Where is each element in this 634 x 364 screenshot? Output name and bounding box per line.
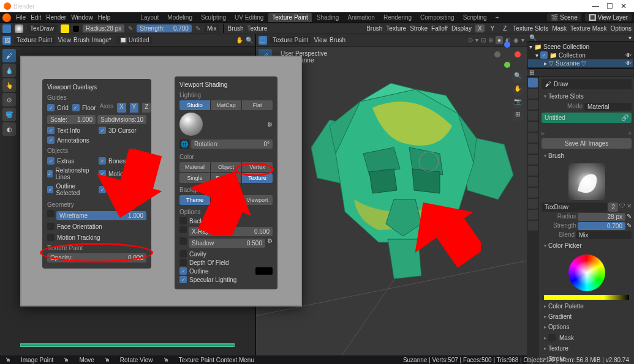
brush-tool-icon[interactable]	[2, 24, 11, 33]
unlink-icon[interactable]: ✕	[627, 202, 632, 212]
texture-panel[interactable]: Texture	[542, 343, 632, 354]
menu-stroke[interactable]: Stroke	[410, 25, 428, 32]
menu-help[interactable]: Help	[98, 14, 111, 21]
tab-compositing[interactable]: Compositing	[417, 13, 458, 22]
viewlayer-select[interactable]: 🔳View Layer	[585, 13, 632, 21]
overlays-toggle[interactable]: ⊙	[468, 37, 473, 43]
xray-toggle[interactable]: ⊡	[481, 37, 486, 43]
scale-field[interactable]: Scale:1.000	[47, 115, 96, 124]
strength-pressure-icon[interactable]: ✎	[195, 25, 200, 32]
minimize-button[interactable]: —	[592, 2, 599, 10]
shading-dropdown[interactable]: ▾	[521, 37, 524, 43]
mask-panel[interactable]: Mask	[542, 332, 632, 343]
menu-options[interactable]: Options	[611, 25, 632, 32]
radius-val[interactable]: 28 px	[578, 213, 625, 221]
brush-preview[interactable]	[568, 163, 605, 200]
image-slot[interactable]: 🔲 Untitled	[116, 36, 153, 44]
link-icon[interactable]: 🔗	[621, 114, 628, 121]
nav-pan-icon[interactable]: ✋	[512, 85, 523, 96]
nav-zoom-icon[interactable]: 🔍	[512, 72, 523, 83]
prop-tab-constraint[interactable]	[528, 188, 538, 198]
brush-panel[interactable]: Brush	[542, 150, 632, 161]
prop-tab-scene[interactable]	[528, 122, 538, 132]
axis-y[interactable]: Y	[130, 103, 139, 113]
maximize-button[interactable]: ☐	[606, 2, 613, 10]
prop-tab-viewlayer[interactable]	[528, 111, 538, 121]
tab-shading[interactable]: Shading	[313, 13, 343, 22]
cavity-check[interactable]: Cavity	[189, 251, 206, 258]
sym-x[interactable]: X	[475, 24, 485, 32]
prop-tab-particles[interactable]	[528, 166, 538, 176]
menu-image-l[interactable]: Image*	[92, 37, 111, 43]
prop-tab-texture[interactable]	[528, 221, 538, 231]
outline-check2[interactable]: Outline	[189, 268, 209, 275]
outliner[interactable]: ▾📁Scene Collection ▾✓📁Collection👁 ▸▽Suza…	[527, 42, 634, 69]
tool-fill-l[interactable]: 🪣	[2, 108, 16, 121]
outliner-search-icon[interactable]: 🔍	[529, 34, 537, 41]
outliner-suzanne[interactable]: Suzanne	[556, 60, 579, 67]
prop-tab-render[interactable]	[528, 89, 538, 98]
tab-uv[interactable]: UV Editing	[231, 13, 267, 22]
menu-texmask[interactable]: Texture Mask	[570, 25, 606, 32]
menu-texture[interactable]: Texture	[247, 25, 268, 32]
blend-val[interactable]: Mix	[576, 231, 632, 239]
prop-tab-physics[interactable]	[528, 177, 538, 187]
prop-tab-output[interactable]	[528, 100, 538, 110]
extras-check[interactable]: Extras	[57, 158, 74, 165]
blender-logo-icon[interactable]	[2, 13, 11, 22]
spec-check[interactable]: Specular Lighting	[189, 277, 236, 283]
matcap-ball[interactable]	[179, 113, 203, 136]
prop-tab-mesh[interactable]	[528, 199, 538, 209]
tool-clone-l[interactable]: ⊙	[2, 93, 16, 106]
tab-sculpting[interactable]: Sculpting	[197, 13, 230, 22]
tab-animation[interactable]: Animation	[344, 13, 378, 22]
strength-field[interactable]: Strength:0.700	[137, 24, 192, 32]
brush-thumb[interactable]	[15, 24, 23, 33]
add-slot-icon[interactable]: +	[628, 130, 632, 136]
color-wheel[interactable]	[568, 254, 605, 291]
menu-edit[interactable]: Edit	[31, 14, 41, 21]
color-primary[interactable]	[61, 24, 69, 33]
brush-users[interactable]: 2	[608, 202, 618, 212]
tab-rendering[interactable]: Rendering	[380, 13, 415, 22]
menu-brush2[interactable]: Brush	[366, 25, 382, 32]
rel-check[interactable]: Relationship Lines	[55, 167, 95, 180]
sym-z[interactable]: Z	[500, 24, 509, 32]
menu-brush[interactable]: Brush	[227, 25, 243, 32]
lighting-studio[interactable]: Studio	[179, 100, 211, 110]
menu-brush-r[interactable]: Brush	[330, 37, 345, 43]
color-picker-panel[interactable]: Color Picker	[542, 240, 632, 251]
tab-add[interactable]: +	[492, 13, 503, 22]
nav-camera-icon[interactable]: 📷	[512, 98, 523, 109]
prop-tab-material[interactable]	[528, 210, 538, 220]
prop-tab-object[interactable]	[528, 144, 538, 154]
shadow-gear-icon[interactable]: ⚙	[267, 237, 273, 249]
menu-texture2[interactable]: Texture	[386, 25, 406, 32]
annot-check[interactable]: Annotations	[57, 137, 89, 144]
outline-color[interactable]	[255, 267, 273, 275]
tab-layout[interactable]: Layout	[137, 13, 162, 22]
floor-check[interactable]: Floor	[82, 105, 96, 111]
textinfo-check[interactable]: Text Info	[57, 127, 80, 134]
fake-user-icon[interactable]: 🛡	[619, 202, 625, 212]
tool-softlight-l[interactable]: 💧	[2, 64, 16, 77]
outliner-collection[interactable]: Collection	[559, 52, 586, 59]
prop-tab-active-tool[interactable]	[528, 78, 538, 87]
strength-pen-icon[interactable]: ✎	[627, 222, 632, 230]
shading-wire[interactable]: ⊚	[488, 37, 493, 43]
menu-mask[interactable]: Mask	[552, 25, 567, 32]
slot-untitled[interactable]: Untitled🔗	[542, 113, 632, 123]
nav-gizmo[interactable]	[493, 40, 521, 68]
radius-pen-icon[interactable]: ✎	[627, 213, 632, 221]
lighting-gear-icon[interactable]: ⚙	[267, 121, 273, 128]
options-panel[interactable]: Options	[542, 322, 632, 332]
world-toggle-icon[interactable]: 🌐	[179, 139, 189, 149]
rotation-field[interactable]: Rotation:0°	[191, 139, 273, 149]
outliner-filter-icon[interactable]: ▾	[628, 34, 632, 41]
blend-mode[interactable]: Mix	[204, 24, 220, 32]
menu-window[interactable]: Window	[71, 14, 93, 21]
prop-tab-world[interactable]	[528, 133, 538, 143]
mode-right[interactable]: Texture Paint	[270, 36, 311, 44]
lighting-flat[interactable]: Flat	[242, 100, 273, 110]
dof-check[interactable]: Depth Of Field	[189, 259, 228, 266]
